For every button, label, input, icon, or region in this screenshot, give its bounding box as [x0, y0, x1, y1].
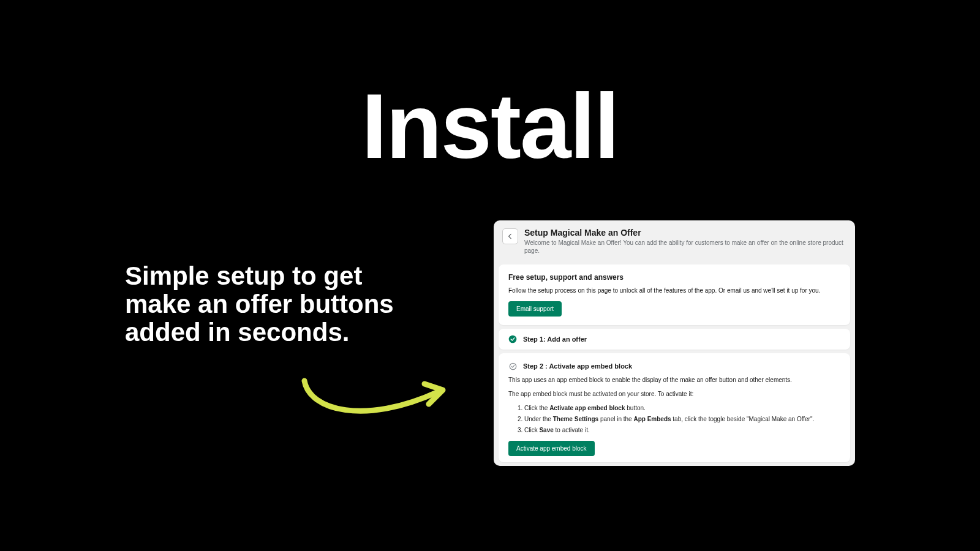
arrow-left-icon: [507, 233, 514, 240]
email-support-button[interactable]: Email support: [508, 301, 562, 317]
panel-title: Setup Magical Make an Offer: [524, 228, 846, 238]
support-card-title: Free setup, support and answers: [508, 273, 840, 282]
step2-li1: Click the Activate app embed block butto…: [524, 403, 840, 413]
step2-activate-text: The app embed block must be activated on…: [508, 389, 840, 399]
svg-point-0: [509, 335, 517, 343]
hero-title: Install: [361, 73, 618, 179]
support-card-text: Follow the setup process on this page to…: [508, 287, 840, 295]
step2-intro: This app uses an app embed block to enab…: [508, 375, 840, 384]
step2-instructions: Click the Activate app embed block butto…: [508, 403, 840, 435]
setup-panel: Setup Magical Make an Offer Welcome to M…: [494, 220, 855, 466]
support-card: Free setup, support and answers Follow t…: [499, 264, 850, 325]
step2-title: Step 2 : Activate app embed block: [523, 362, 632, 370]
step2-li3: Click Save to activate it.: [524, 425, 840, 435]
step1-title: Step 1: Add an offer: [523, 335, 587, 343]
circle-outline-icon: [508, 362, 517, 370]
step2-body: This app uses an app embed block to enab…: [508, 375, 840, 456]
step2-card: Step 2 : Activate app embed block This a…: [499, 353, 850, 462]
step1-row: Step 1: Add an offer: [508, 335, 840, 343]
step2-li2: Under the Theme Settings panel in the Ap…: [524, 414, 840, 424]
activate-embed-button[interactable]: Activate app embed block: [508, 441, 595, 456]
panel-subtitle: Welcome to Magical Make an Offer! You ca…: [524, 239, 846, 255]
header-text: Setup Magical Make an Offer Welcome to M…: [524, 228, 846, 255]
back-button[interactable]: [502, 228, 518, 244]
step2-row: Step 2 : Activate app embed block: [508, 362, 840, 370]
checkmark-circle-icon: [508, 335, 517, 343]
step1-card[interactable]: Step 1: Add an offer: [499, 329, 850, 350]
hero-subtitle: Simple setup to get make an offer button…: [125, 262, 413, 347]
panel-header: Setup Magical Make an Offer Welcome to M…: [494, 220, 855, 261]
arrow-icon: [297, 373, 456, 429]
